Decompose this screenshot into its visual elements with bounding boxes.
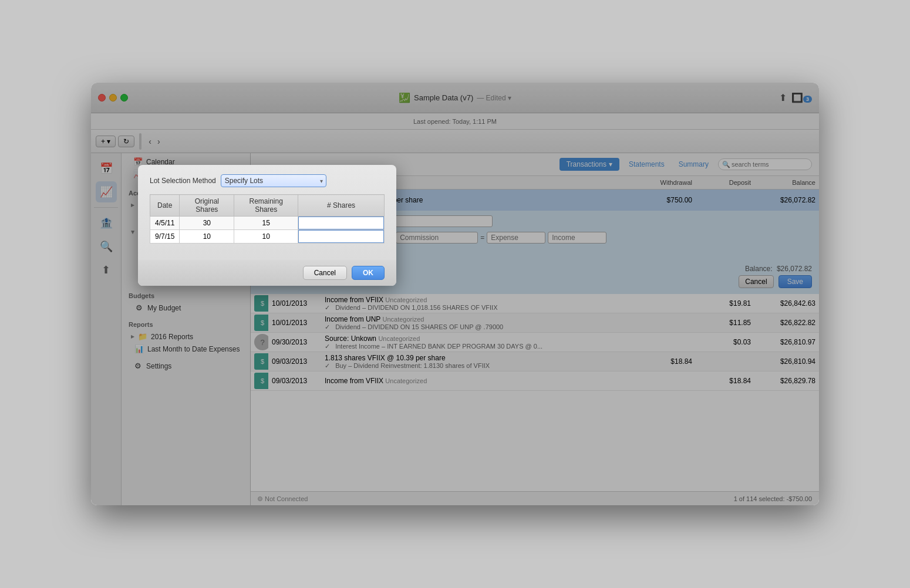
main-window: 💹 Sample Data (v7) — Edited ▾ ⬆ 🔲3 Last … <box>91 83 819 505</box>
lots-table: Date Original Shares Remaining Shares # … <box>150 194 385 244</box>
modal-cancel-button[interactable]: Cancel <box>303 266 347 280</box>
shares-input-1[interactable] <box>299 217 383 229</box>
lot-row-2: 9/7/15 10 10 <box>150 230 385 244</box>
lot-original-2: 10 <box>180 230 234 244</box>
method-label: Lot Selection Method <box>150 177 216 185</box>
lot-remaining-2: 10 <box>234 230 298 244</box>
lot-date-2: 9/7/15 <box>150 230 180 244</box>
modal-overlay: Lot Selection Method Specify Lots Date O… <box>91 83 819 505</box>
modal-content: Lot Selection Method Specify Lots Date O… <box>138 165 396 260</box>
lot-original-1: 30 <box>180 217 234 230</box>
lot-date-1: 4/5/11 <box>150 217 180 230</box>
lot-remaining-1: 15 <box>234 217 298 230</box>
lot-col-original: Original Shares <box>180 195 234 217</box>
lot-row-1: 4/5/11 30 15 <box>150 217 385 230</box>
lot-col-shares: # Shares <box>298 195 385 217</box>
shares-input-2[interactable] <box>299 231 383 242</box>
lot-shares-input-2 <box>298 230 385 244</box>
lot-col-date: Date <box>150 195 180 217</box>
lot-shares-input-1 <box>298 217 385 230</box>
method-row: Lot Selection Method Specify Lots <box>150 174 385 187</box>
modal-footer: Cancel OK <box>138 260 396 286</box>
lot-col-remaining: Remaining Shares <box>234 195 298 217</box>
lot-selection-modal: Lot Selection Method Specify Lots Date O… <box>138 165 396 286</box>
modal-ok-button[interactable]: OK <box>352 266 385 280</box>
method-select-wrap: Specify Lots <box>221 174 326 187</box>
method-select[interactable]: Specify Lots <box>221 174 326 187</box>
